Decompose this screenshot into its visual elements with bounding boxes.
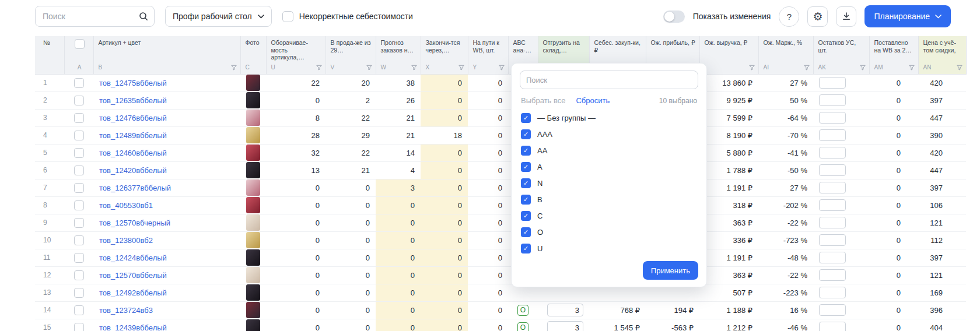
stock-input[interactable]	[819, 287, 846, 298]
row-checkbox[interactable]	[74, 96, 84, 105]
article-link[interactable]: тов_12424вббелый	[99, 253, 167, 262]
help-button[interactable]: ?	[779, 6, 799, 27]
select-all-link[interactable]: Выбрать все	[521, 96, 565, 105]
stock-input[interactable]	[819, 217, 846, 228]
column-header-forecast[interactable]: Прогноз заказов н…	[376, 36, 421, 61]
product-photo[interactable]	[246, 214, 260, 231]
product-photo[interactable]	[246, 75, 260, 91]
option-row[interactable]: ✓B	[520, 191, 698, 207]
article-link[interactable]: тов_123800вб2	[99, 236, 153, 245]
filter-icon[interactable]	[957, 65, 963, 71]
column-header-ship[interactable]: Отгрузить на склад,…	[538, 36, 589, 61]
product-photo[interactable]	[246, 162, 260, 178]
product-photo[interactable]	[246, 302, 260, 318]
stock-input[interactable]	[819, 199, 846, 211]
product-photo[interactable]	[246, 145, 260, 161]
stock-input[interactable]	[819, 129, 846, 141]
search-input[interactable]	[43, 12, 139, 21]
option-row[interactable]: ✓N	[520, 175, 698, 191]
article-link[interactable]: тов_123724вб3	[99, 306, 153, 315]
select-all-checkbox[interactable]	[75, 39, 85, 49]
column-header-stock[interactable]: Остатков УС, шт.	[813, 36, 869, 61]
stock-input[interactable]	[819, 322, 846, 331]
option-checkbox[interactable]: ✓	[521, 178, 531, 188]
stock-input[interactable]	[819, 164, 846, 176]
column-header-select[interactable]	[64, 36, 93, 61]
article-link[interactable]: тов_12475вббелый	[99, 79, 167, 87]
planning-button[interactable]: Планирование	[864, 5, 951, 27]
row-checkbox[interactable]	[74, 200, 84, 210]
stock-input[interactable]	[819, 112, 846, 124]
filter-icon[interactable]	[804, 65, 810, 71]
stock-input[interactable]	[819, 182, 846, 193]
option-row[interactable]: ✓A	[520, 159, 698, 175]
option-row[interactable]: ✓— Без группы —	[520, 110, 698, 126]
filter-icon[interactable]	[231, 65, 237, 71]
apply-button[interactable]: Применить	[643, 261, 698, 280]
column-header-turnover[interactable]: Оборачивае-мость артикула,…	[266, 36, 326, 61]
option-checkbox[interactable]: ✓	[521, 113, 531, 123]
row-checkbox[interactable]	[74, 131, 84, 140]
column-header-num[interactable]: №	[35, 36, 64, 61]
filter-icon[interactable]	[749, 65, 755, 71]
product-photo[interactable]	[246, 232, 260, 248]
product-photo[interactable]	[246, 127, 260, 143]
row-checkbox[interactable]	[74, 323, 84, 331]
option-checkbox[interactable]: ✓	[521, 146, 531, 156]
option-row[interactable]: ✓O	[520, 224, 698, 240]
row-checkbox[interactable]	[74, 78, 84, 88]
option-checkbox[interactable]: ✓	[521, 162, 531, 172]
stock-input[interactable]	[819, 77, 846, 89]
article-link[interactable]: тов_12420вббелый	[99, 166, 167, 175]
product-photo[interactable]	[246, 249, 260, 266]
row-checkbox[interactable]	[74, 165, 84, 175]
column-header-profit[interactable]: Ож. прибыль, ₽	[646, 36, 699, 61]
column-header-way[interactable]: На пути к WB, шт.	[468, 36, 508, 61]
option-checkbox[interactable]: ✓	[521, 129, 531, 139]
filter-icon[interactable]	[316, 65, 322, 71]
article-link[interactable]: тов_12489вббелый	[99, 131, 167, 140]
popup-search-input[interactable]	[520, 71, 698, 89]
article-link[interactable]: тов_12439вббелый	[99, 323, 167, 331]
column-header-delivered[interactable]: Поставлено на WB за 2…	[869, 36, 918, 61]
column-header-ends[interactable]: Закончи-тся через,…	[421, 36, 468, 61]
column-header-cost[interactable]: Себес. закуп-ки, ₽	[589, 36, 646, 61]
column-header-photo[interactable]: Фото	[240, 36, 266, 61]
row-checkbox[interactable]	[74, 218, 84, 228]
option-checkbox[interactable]: ✓	[521, 195, 531, 205]
ship-input[interactable]	[547, 304, 583, 316]
stock-input[interactable]	[819, 252, 846, 263]
option-row[interactable]: ✓AAA	[520, 126, 698, 142]
row-checkbox[interactable]	[74, 235, 84, 245]
row-checkbox[interactable]	[74, 288, 84, 298]
article-link[interactable]: тов_12460вббелый	[99, 149, 167, 157]
product-photo[interactable]	[246, 110, 260, 126]
article-link[interactable]: тов_12635вббелый	[99, 96, 167, 105]
article-link[interactable]: тов_12570вббелый	[99, 271, 167, 280]
product-photo[interactable]	[246, 284, 260, 301]
stock-input[interactable]	[819, 147, 846, 159]
filter-icon[interactable]	[860, 65, 866, 71]
stock-input[interactable]	[819, 234, 846, 246]
column-header-revenue[interactable]: Ож. выручка, ₽	[699, 36, 758, 61]
article-link[interactable]: тов_126377вббелый	[99, 184, 171, 192]
column-header-margin[interactable]: Ож. Марж., %	[758, 36, 813, 61]
show-changes-toggle[interactable]	[663, 10, 685, 23]
article-link[interactable]: тов_12570вбчерный	[99, 219, 170, 227]
option-row[interactable]: ✓U	[520, 240, 698, 256]
option-row[interactable]: ✓C	[520, 207, 698, 224]
column-header-sale[interactable]: В прода-же из 29…	[326, 36, 376, 61]
article-link[interactable]: тов_12476вббелый	[99, 114, 167, 122]
product-photo[interactable]	[246, 267, 260, 283]
stock-input[interactable]	[819, 304, 846, 316]
option-checkbox[interactable]: ✓	[521, 211, 531, 221]
workspace-dropdown[interactable]: Профи рабочий стол	[165, 6, 272, 27]
column-header-article[interactable]: Артикул + цвет	[93, 36, 240, 61]
incorrect-costs-checkbox[interactable]	[282, 11, 293, 22]
filter-icon[interactable]	[499, 65, 505, 71]
download-button[interactable]	[836, 6, 856, 27]
column-header-price[interactable]: Цена с учё-том скидки,	[918, 36, 966, 61]
settings-button[interactable]: ⚙	[807, 6, 828, 27]
row-checkbox[interactable]	[74, 148, 84, 158]
filter-icon[interactable]	[366, 65, 372, 71]
